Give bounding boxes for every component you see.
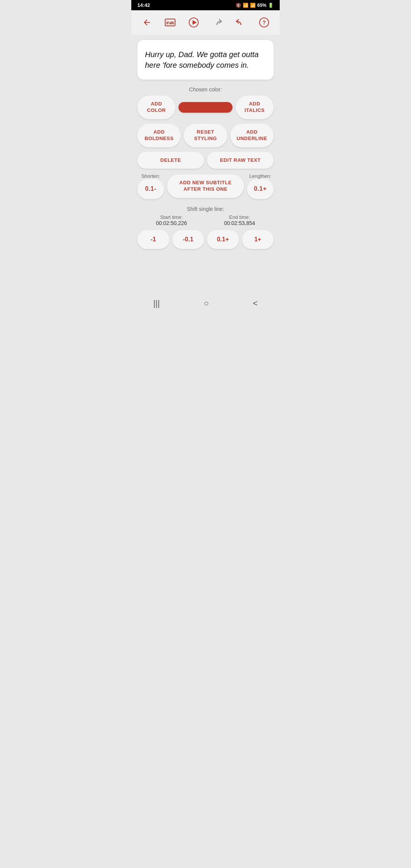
color-swatch-button[interactable] [178, 102, 233, 113]
time-row: Start time: 00:02:50,226 End time: 00:02… [131, 214, 280, 226]
svg-rect-1 [166, 22, 169, 23]
svg-rect-3 [166, 23, 168, 24]
start-time-value: 00:02:50,226 [156, 220, 187, 226]
wifi-icon: 📶 [243, 3, 249, 8]
status-right: 🔇 📶 📶 65% 🔋 [236, 3, 274, 8]
end-time-col: End time: 00:02:53,854 [224, 214, 255, 226]
action-row: DELETE EDIT RAW TEXT [137, 152, 274, 169]
chosen-color-label: Chosen color: [131, 86, 280, 93]
end-time-value: 00:02:53,854 [224, 220, 255, 226]
add-color-button[interactable]: ADD COLOR [137, 96, 175, 119]
nav-menu-button[interactable]: ||| [153, 298, 160, 308]
end-time-label: End time: [224, 214, 255, 220]
svg-marker-6 [193, 20, 197, 25]
back-button[interactable] [140, 16, 154, 29]
battery-icon: 🔋 [268, 3, 274, 8]
signal-icon: 📶 [250, 3, 256, 8]
help-button[interactable]: ? [257, 16, 271, 29]
nav-home-button[interactable]: ○ [204, 298, 209, 308]
start-time-col: Start time: 00:02:50,226 [156, 214, 187, 226]
add-new-subtitle-button[interactable]: ADD NEW SUBTITLE AFTER THIS ONE [167, 174, 244, 198]
add-boldness-button[interactable]: ADD BOLDNESS [137, 124, 181, 147]
shorten-lengthen-row: Shorten: 0.1- ADD NEW SUBTITLE AFTER THI… [137, 173, 274, 199]
subtitle-text: Hurry up, Dad. We gotta get outta here '… [145, 49, 266, 70]
shift-minus-one-button[interactable]: -1 [137, 230, 169, 249]
edit-raw-text-button[interactable]: EDIT RAW TEXT [207, 152, 274, 169]
nav-back-button[interactable]: < [253, 298, 258, 308]
toolbar: ? [131, 10, 280, 35]
subtitles-button[interactable] [163, 16, 177, 29]
svg-text:?: ? [263, 19, 266, 26]
lengthen-label: Lengthen: [247, 173, 274, 179]
add-underline-button[interactable]: ADD UNDERLINE [230, 124, 274, 147]
shift-buttons-row: -1 -0.1 0.1+ 1+ [137, 230, 274, 249]
subtitle-text-box: Hurry up, Dad. We gotta get outta here '… [137, 40, 274, 80]
delete-button[interactable]: DELETE [137, 152, 204, 169]
lengthen-button[interactable]: 0.1+ [247, 179, 274, 199]
shorten-button[interactable]: 0.1- [137, 179, 164, 199]
start-time-label: Start time: [156, 214, 187, 220]
svg-rect-4 [169, 23, 174, 24]
shorten-label: Shorten: [137, 173, 164, 179]
redo-button[interactable] [210, 16, 224, 29]
bottom-nav: ||| ○ < [131, 293, 280, 312]
undo-button[interactable] [234, 16, 247, 29]
play-button[interactable] [187, 16, 201, 29]
svg-rect-2 [170, 22, 174, 23]
add-italics-button[interactable]: ADD ITALICS [236, 96, 274, 119]
reset-styling-button[interactable]: RESET STYLING [184, 124, 227, 147]
shift-single-line-label: Shift single line: [131, 206, 280, 212]
mute-icon: 🔇 [236, 3, 241, 8]
shift-plus-one-button[interactable]: 1+ [242, 230, 274, 249]
styling-row-2: ADD BOLDNESS RESET STYLING ADD UNDERLINE [137, 124, 274, 147]
shift-minus-point1-button[interactable]: -0.1 [172, 230, 204, 249]
status-time: 14:42 [137, 2, 150, 8]
battery-text: 65% [257, 3, 266, 8]
status-bar: 14:42 🔇 📶 📶 65% 🔋 [131, 0, 280, 10]
shift-plus-point1-button[interactable]: 0.1+ [207, 230, 239, 249]
styling-row-1: ADD COLOR ADD ITALICS [137, 96, 274, 119]
